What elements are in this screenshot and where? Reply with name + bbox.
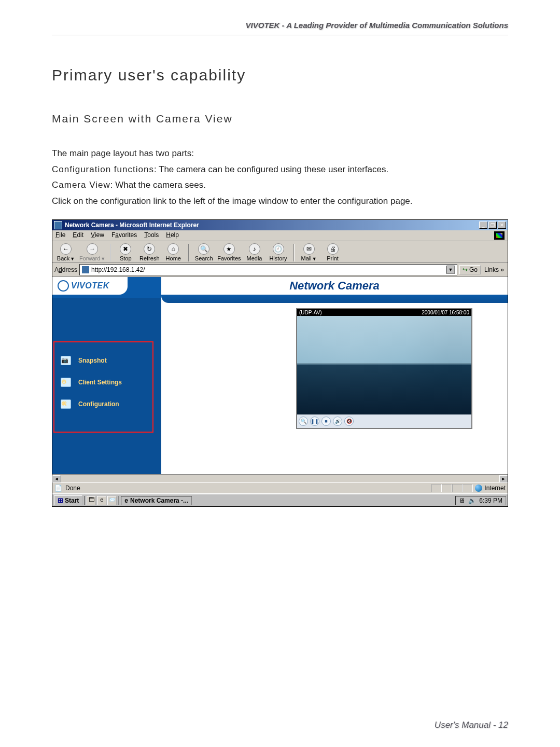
toolbar: ←Back▼ →Forward▼ ✖Stop ↻Refresh ⌂Home 🔍S… bbox=[52, 241, 508, 263]
camera-icon bbox=[61, 356, 71, 365]
gear-icon bbox=[61, 378, 71, 387]
clock: 6:39 PM bbox=[479, 497, 502, 504]
camera-view-label: Camera View bbox=[52, 180, 110, 190]
ie-throbber-icon bbox=[494, 231, 505, 240]
start-button[interactable]: Start bbox=[54, 495, 82, 505]
click-instruction: Click on the configuration link to the l… bbox=[52, 196, 413, 206]
status-bar: 📄 Done Internet bbox=[52, 482, 508, 493]
window-title: Network Camera - Microsoft Internet Expl… bbox=[65, 222, 199, 229]
stream-protocol-overlay: (UDP-AV) bbox=[299, 310, 322, 315]
history-button[interactable]: 🕘History bbox=[268, 243, 289, 261]
doc-header: VIVOTEK - A Leading Provider of Multimed… bbox=[52, 21, 508, 35]
body-paragraph: The main page layout has two parts: Conf… bbox=[52, 146, 508, 209]
stop-button[interactable]: ✖Stop bbox=[115, 243, 136, 261]
camera-view: (UDP-AV) 2000/01/07 16:58:00 🔍 ❚❚ ■ 🔊 🔇 bbox=[296, 308, 472, 429]
menu-bar: File Edit View Favorites Tools Help bbox=[52, 230, 508, 241]
ie-window: Network Camera - Microsoft Internet Expl… bbox=[52, 219, 508, 507]
chevron-down-icon[interactable]: ▼ bbox=[101, 256, 105, 261]
config-label: Configuration functions bbox=[52, 164, 154, 174]
page-icon: 📄 bbox=[54, 485, 62, 492]
sidebar-highlight-box: Snapshot Client Settings Configuration bbox=[53, 341, 153, 433]
globe-icon bbox=[475, 485, 482, 492]
quick-launch-icon[interactable]: 🗔 bbox=[87, 496, 96, 505]
mail-button[interactable]: ✉Mail▼ bbox=[299, 243, 319, 261]
chevron-down-icon[interactable]: ▼ bbox=[312, 256, 317, 261]
camera-view-desc: : What the camera sees. bbox=[110, 180, 206, 190]
page-icon bbox=[82, 266, 89, 273]
minimize-button[interactable]: _ bbox=[479, 222, 487, 229]
sidebar: VIVOTEK Snapshot Client Settings Configu… bbox=[52, 277, 161, 474]
print-button[interactable]: 🖨Print bbox=[323, 243, 343, 261]
volume-button[interactable]: 🔊 bbox=[333, 417, 342, 426]
menu-edit[interactable]: Edit bbox=[73, 231, 83, 240]
sidebar-item-configuration[interactable]: Configuration bbox=[61, 399, 149, 409]
mute-button[interactable]: 🔇 bbox=[344, 417, 354, 426]
address-label: Address bbox=[54, 266, 77, 273]
menu-help[interactable]: Help bbox=[166, 231, 179, 240]
scroll-right-icon[interactable]: ► bbox=[499, 475, 508, 482]
heading-primary: Primary user's capability bbox=[52, 66, 508, 84]
ie-app-icon bbox=[54, 221, 62, 229]
refresh-button[interactable]: ↻Refresh bbox=[139, 243, 160, 261]
timestamp-overlay: 2000/01/07 16:58:00 bbox=[422, 310, 469, 315]
favorites-button[interactable]: ★Favorites bbox=[217, 243, 241, 261]
page-content: VIVOTEK Snapshot Client Settings Configu… bbox=[52, 277, 508, 474]
system-tray[interactable]: 🖥 🔈 6:39 PM bbox=[455, 496, 506, 505]
sidebar-label: Snapshot bbox=[78, 357, 107, 364]
sidebar-label: Client Settings bbox=[78, 379, 122, 386]
config-desc: : The camera can be configured using the… bbox=[154, 164, 388, 174]
heading-secondary: Main Screen with Camera View bbox=[52, 113, 508, 125]
video-controls: 🔍 ❚❚ ■ 🔊 🔇 bbox=[297, 414, 471, 428]
quick-launch-icon[interactable]: 📨 bbox=[107, 496, 117, 505]
task-label: Network Camera -... bbox=[130, 497, 188, 504]
forward-button[interactable]: →Forward▼ bbox=[79, 243, 105, 261]
quick-launch: 🗔 e 📨 bbox=[85, 496, 119, 505]
menu-file[interactable]: File bbox=[55, 231, 65, 240]
menu-tools[interactable]: Tools bbox=[144, 231, 159, 240]
pause-button[interactable]: ❚❚ bbox=[310, 417, 319, 426]
tray-icon[interactable]: 🔈 bbox=[468, 497, 476, 504]
brand-logo: VIVOTEK bbox=[52, 277, 128, 295]
close-button[interactable]: ✕ bbox=[498, 222, 506, 229]
address-dropdown-icon[interactable]: ▼ bbox=[446, 266, 455, 274]
media-button[interactable]: ♪Media bbox=[244, 243, 265, 261]
intro-line: The main page layout has two parts: bbox=[52, 148, 194, 158]
links-button[interactable]: Links » bbox=[483, 265, 506, 274]
zoom-button[interactable]: 🔍 bbox=[299, 417, 308, 426]
go-button[interactable]: Go bbox=[459, 265, 481, 274]
ie-task-icon: e bbox=[124, 497, 128, 504]
horizontal-scrollbar[interactable]: ◄ ► bbox=[52, 474, 508, 482]
url-text: http://192.168.1.42/ bbox=[91, 266, 145, 273]
tray-icon[interactable]: 🖥 bbox=[459, 497, 465, 504]
search-button[interactable]: 🔍Search bbox=[193, 243, 214, 261]
sidebar-item-snapshot[interactable]: Snapshot bbox=[61, 356, 149, 365]
menu-favorites[interactable]: Favorites bbox=[111, 231, 137, 240]
maximize-button[interactable]: ❐ bbox=[488, 222, 497, 229]
address-input[interactable]: http://192.168.1.42/ ▼ bbox=[79, 264, 457, 275]
taskbar-task[interactable]: e Network Camera -... bbox=[121, 496, 192, 505]
sidebar-label: Configuration bbox=[78, 400, 119, 408]
chevron-down-icon[interactable]: ▼ bbox=[70, 256, 75, 261]
back-button[interactable]: ←Back▼ bbox=[55, 243, 76, 261]
zone-text: Internet bbox=[484, 485, 506, 492]
scroll-left-icon[interactable]: ◄ bbox=[52, 475, 61, 482]
taskbar: Start 🗔 e 📨 e Network Camera -... 🖥 🔈 6:… bbox=[52, 493, 508, 506]
menu-view[interactable]: View bbox=[91, 231, 104, 240]
camera-image bbox=[297, 316, 471, 414]
home-button[interactable]: ⌂Home bbox=[163, 243, 184, 261]
quick-launch-icon[interactable]: e bbox=[97, 496, 106, 505]
status-text: Done bbox=[65, 485, 80, 492]
address-bar: Address http://192.168.1.42/ ▼ Go Links … bbox=[52, 263, 508, 277]
sidebar-item-client-settings[interactable]: Client Settings bbox=[61, 378, 149, 387]
stop-video-button[interactable]: ■ bbox=[321, 417, 331, 426]
window-titlebar[interactable]: Network Camera - Microsoft Internet Expl… bbox=[52, 220, 508, 230]
page-footer: User's Manual - 12 bbox=[435, 720, 508, 730]
tools-icon bbox=[61, 399, 71, 409]
